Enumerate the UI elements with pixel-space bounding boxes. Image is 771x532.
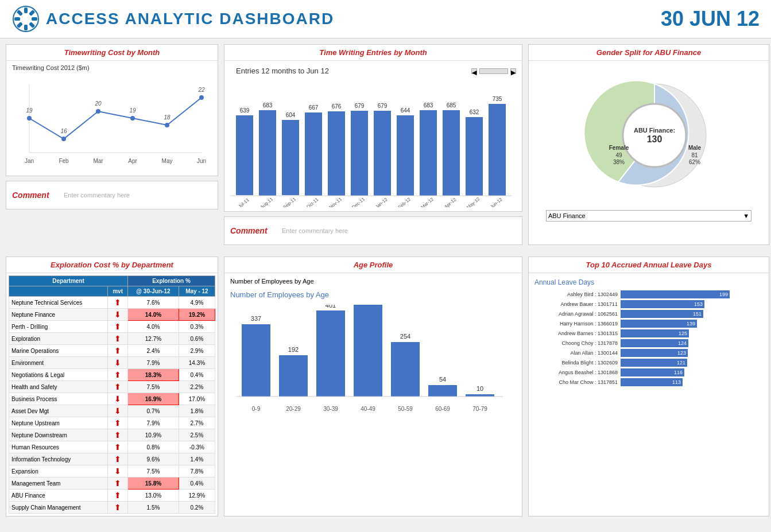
table-row: 2.2% xyxy=(179,381,215,393)
table-row: 2.4% xyxy=(128,345,179,357)
table-row: 16.9% xyxy=(128,393,179,405)
table-row: -0.3% xyxy=(179,441,215,453)
svg-text:Dec-11: Dec-11 xyxy=(351,196,366,207)
timewriting-title: Timewriting Cost by Month xyxy=(6,45,218,61)
svg-text:401: 401 xyxy=(326,305,336,309)
svg-rect-92 xyxy=(428,385,457,397)
svg-rect-44 xyxy=(351,111,368,196)
table-row: 1.5% xyxy=(128,502,179,514)
svg-rect-1 xyxy=(24,7,28,13)
table-row: 2.9% xyxy=(179,345,215,357)
table-row: ⬆ xyxy=(108,369,128,381)
svg-text:667: 667 xyxy=(309,104,319,111)
annual-leave-title: Top 10 Accrued Annual Leave Days xyxy=(529,257,769,273)
line-chart: 19 16 20 19 18 22 Jan Feb Mar Apr May Ju… xyxy=(12,78,207,170)
svg-rect-38 xyxy=(305,112,322,196)
dropdown-value: ABU Finance xyxy=(548,212,586,219)
entries-comment-box: Comment Enter commentary here xyxy=(224,216,522,245)
timewriting-comment-box: Comment Enter commentary here xyxy=(6,181,218,209)
dropdown-arrow-icon: ▼ xyxy=(743,212,749,219)
table-row: Information Technology xyxy=(9,453,108,465)
svg-text:Mar: Mar xyxy=(93,158,103,164)
list-item: Choong Choy : 1317878 124 xyxy=(534,339,763,347)
leave-bar: 125 xyxy=(621,329,689,337)
svg-rect-32 xyxy=(259,110,276,196)
leave-value: 125 xyxy=(679,331,689,336)
table-row: Exploration xyxy=(9,333,108,345)
svg-text:Jul-11: Jul-11 xyxy=(237,197,250,207)
svg-text:735: 735 xyxy=(493,96,502,102)
svg-text:632: 632 xyxy=(470,109,479,115)
svg-rect-89 xyxy=(391,342,420,397)
svg-text:Apr-12: Apr-12 xyxy=(443,197,458,207)
table-row: 0.4% xyxy=(179,369,215,381)
app-title: ACCESS ANALYTIC DASHBOARD xyxy=(46,10,334,28)
svg-text:54: 54 xyxy=(439,376,446,383)
header-date: 30 JUN 12 xyxy=(661,7,760,31)
svg-text:62%: 62% xyxy=(689,159,700,165)
leave-bar: 113 xyxy=(621,378,683,386)
table-row: ⬆ xyxy=(108,477,128,490)
svg-text:Oct-11: Oct-11 xyxy=(305,197,320,207)
table-row: 14.3% xyxy=(179,357,215,369)
table-row: 0.2% xyxy=(179,502,215,514)
leave-name: Angus Beashel : 1301868 xyxy=(534,370,618,375)
jun-header: @ 30-Jun-12 xyxy=(128,286,179,297)
annual-leave-panel: Top 10 Accrued Annual Leave Days Annual … xyxy=(528,257,769,517)
svg-text:Mar-12: Mar-12 xyxy=(420,196,435,207)
leave-value: 199 xyxy=(719,292,730,297)
table-row: 14.0% xyxy=(128,309,179,321)
svg-text:644: 644 xyxy=(401,107,410,114)
svg-rect-53 xyxy=(420,110,437,196)
gender-dropdown[interactable]: ABU Finance ▼ xyxy=(546,210,751,222)
table-row: ⬇ xyxy=(108,465,128,477)
leave-value: 113 xyxy=(672,379,683,385)
svg-text:70-79: 70-79 xyxy=(472,406,487,412)
scroll-left-btn[interactable]: ◀ xyxy=(471,68,477,74)
leave-name: Ashley Bird : 1302449 xyxy=(534,292,618,297)
svg-text:254: 254 xyxy=(400,333,410,340)
age-profile-panel: Age Profile Number of Employees by Age N… xyxy=(224,257,522,517)
leave-bar: 151 xyxy=(621,310,703,318)
scroll-track xyxy=(479,68,508,74)
table-row: 1.4% xyxy=(179,453,215,465)
leave-name: Alan Allan : 1300144 xyxy=(534,350,618,356)
leave-bar: 121 xyxy=(621,359,687,367)
svg-point-14 xyxy=(130,116,135,121)
svg-point-12 xyxy=(61,137,66,141)
svg-text:20: 20 xyxy=(94,100,102,107)
gender-title: Gender Split for ABU Finance xyxy=(529,45,769,61)
svg-text:Female: Female xyxy=(609,145,629,151)
svg-text:18: 18 xyxy=(164,114,171,121)
svg-text:49: 49 xyxy=(615,152,622,158)
svg-rect-6 xyxy=(17,22,23,28)
table-row: Neptune Technical Services xyxy=(9,297,108,309)
list-item: Angus Beashel : 1301868 116 xyxy=(534,368,763,376)
list-item: Harry Harrison : 1366019 139 xyxy=(534,320,763,328)
svg-point-13 xyxy=(96,109,100,114)
table-row: Supply Chain Management xyxy=(9,502,108,514)
table-row: 19.2% xyxy=(179,309,215,321)
svg-text:Male: Male xyxy=(688,145,702,151)
scroll-right-btn[interactable]: ▶ xyxy=(510,68,516,74)
svg-text:Jun: Jun xyxy=(197,158,206,164)
list-item: Belinda Blight : 1302609 121 xyxy=(534,359,763,367)
logo-icon xyxy=(11,5,40,33)
svg-text:38%: 38% xyxy=(613,159,625,165)
table-row: 18.3% xyxy=(128,369,179,381)
svg-text:19: 19 xyxy=(26,107,33,114)
header: ACCESS ANALYTIC DASHBOARD 30 JUN 12 xyxy=(0,0,771,38)
table-row: Human Resources xyxy=(9,441,108,453)
timewriting-comment-text: Enter commentary here xyxy=(64,192,130,199)
svg-text:16: 16 xyxy=(60,128,67,134)
table-row: ⬆ xyxy=(108,417,128,429)
svg-text:639: 639 xyxy=(240,107,250,114)
age-chart-svg: 337 0-9 192 20-29 401 30-39 428 40-49 25… xyxy=(230,305,506,425)
bar-chart-svg: 639 Jul-11 683 Aug-11 604 Sep-11 667 O xyxy=(227,81,514,207)
svg-point-15 xyxy=(165,123,169,127)
list-item: Alan Allan : 1300144 123 xyxy=(534,349,763,357)
svg-text:130: 130 xyxy=(647,134,662,144)
table-row: ⬆ xyxy=(108,490,128,502)
table-row: ⬇ xyxy=(108,393,128,405)
leave-value: 123 xyxy=(677,350,688,356)
